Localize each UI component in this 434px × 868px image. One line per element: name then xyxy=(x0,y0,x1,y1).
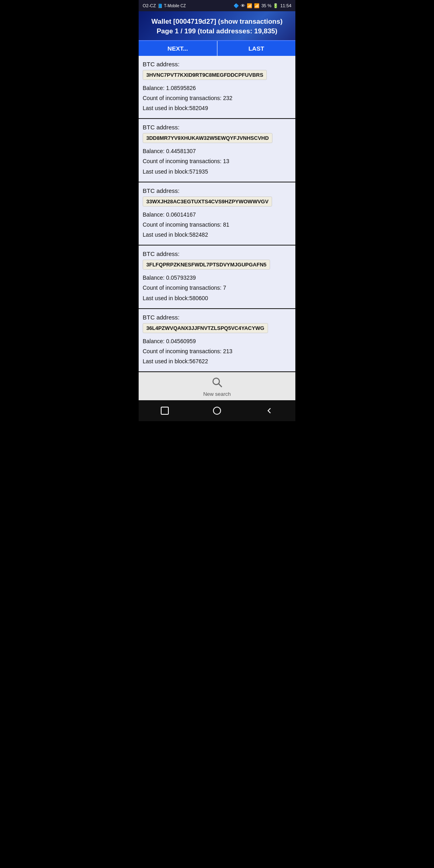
battery-icon: 🔋 xyxy=(273,3,278,8)
last-block: Last used in block:567622 xyxy=(143,358,208,364)
incoming-count: Count of incoming transactions: 213 xyxy=(143,348,232,354)
address-card[interactable]: BTC address:3DD8MR7YV9XHUKAW32W5EWQYFJVN… xyxy=(139,119,295,182)
address-info: Balance: 0.44581307 Count of incoming tr… xyxy=(143,146,291,177)
eye-icon: 👁 xyxy=(241,3,245,8)
btc-address-value[interactable]: 36L4PZWVQANX3JJFNVTZLSPQ5VC4YACYWG xyxy=(143,323,268,333)
bluetooth-icon: 🔷 xyxy=(233,3,239,8)
header-title: Wallet [0004719d27] (show transactions) … xyxy=(143,17,291,36)
address-info: Balance: 0.06014167 Count of incoming tr… xyxy=(143,210,291,240)
bottom-search-bar[interactable]: New search xyxy=(139,372,295,400)
status-bar: O2-CZ 📘 T-Mobile CZ 🔷 👁 📶 📶 35 % 🔋 11:54 xyxy=(139,0,295,11)
balance-text: Balance: 0.06014167 xyxy=(143,211,196,218)
last-block: Last used in block:571935 xyxy=(143,168,208,175)
btc-address-value[interactable]: 3HVNC7PVT7KXID9RT9C8MEGFDDCPFUVBRS xyxy=(143,70,267,80)
address-card[interactable]: BTC address:36L4PZWVQANX3JJFNVTZLSPQ5VC4… xyxy=(139,309,295,373)
last-block: Last used in block:582049 xyxy=(143,105,208,111)
incoming-count: Count of incoming transactions: 7 xyxy=(143,285,226,291)
btc-address-value[interactable]: 3FLFQPRPZKNESFWDL7PTSDVYMJGUPGAFN5 xyxy=(143,260,270,270)
btc-address-label: BTC address: xyxy=(143,61,291,68)
btc-address-label: BTC address: xyxy=(143,187,291,194)
btc-address-label: BTC address: xyxy=(143,314,291,321)
back-icon[interactable] xyxy=(262,403,276,418)
address-list: BTC address:3HVNC7PVT7KXID9RT9C8MEGFDDCP… xyxy=(139,56,295,373)
address-card[interactable]: BTC address:3FLFQPRPZKNESFWDL7PTSDVYMJGU… xyxy=(139,246,295,309)
balance-text: Balance: 0.05793239 xyxy=(143,274,196,281)
nav-bar xyxy=(139,400,295,421)
btc-address-label: BTC address: xyxy=(143,124,291,131)
incoming-count: Count of incoming transactions: 13 xyxy=(143,158,229,164)
btc-address-label: BTC address: xyxy=(143,250,291,257)
incoming-count: Count of incoming transactions: 81 xyxy=(143,221,229,228)
next-button[interactable]: NEXT... xyxy=(139,41,217,56)
btc-address-value[interactable]: 3DD8MR7YV9XHUKAW32W5EWQYFJVNHSCVHD xyxy=(143,133,272,143)
svg-rect-2 xyxy=(161,407,168,414)
btc-address-value[interactable]: 33WXJH28AC3EGTUXTS4CVS9HZPYWOWWVGV xyxy=(143,197,272,207)
address-card[interactable]: BTC address:3HVNC7PVT7KXID9RT9C8MEGFDDCP… xyxy=(139,56,295,119)
search-label: New search xyxy=(203,391,231,397)
address-info: Balance: 1.08595826 Count of incoming tr… xyxy=(143,83,291,114)
address-info: Balance: 0.04560959 Count of incoming tr… xyxy=(143,336,291,367)
svg-point-0 xyxy=(213,378,219,385)
balance-text: Balance: 0.44581307 xyxy=(143,148,196,154)
svg-line-1 xyxy=(219,384,222,387)
header: Wallet [0004719d27] (show transactions) … xyxy=(139,11,295,40)
wifi-icon: 📶 xyxy=(247,3,252,8)
last-button[interactable]: LAST xyxy=(217,41,296,56)
signal-icon: 📶 xyxy=(254,3,260,8)
address-info: Balance: 0.05793239 Count of incoming tr… xyxy=(143,273,291,303)
balance-text: Balance: 0.04560959 xyxy=(143,338,196,344)
balance-text: Balance: 1.08595826 xyxy=(143,85,196,91)
status-carrier: O2-CZ 📘 T-Mobile CZ xyxy=(143,3,186,8)
address-card[interactable]: BTC address:33WXJH28AC3EGTUXTS4CVS9HZPYW… xyxy=(139,182,295,246)
incoming-count: Count of incoming transactions: 232 xyxy=(143,95,232,101)
status-indicators: 🔷 👁 📶 📶 35 % 🔋 11:54 xyxy=(233,3,291,8)
home-icon[interactable] xyxy=(210,403,224,418)
search-icon xyxy=(211,377,223,390)
recents-icon[interactable] xyxy=(158,403,172,418)
nav-buttons: NEXT... LAST xyxy=(139,40,295,56)
svg-point-3 xyxy=(213,407,221,414)
last-block: Last used in block:580600 xyxy=(143,295,208,301)
last-block: Last used in block:582482 xyxy=(143,231,208,238)
